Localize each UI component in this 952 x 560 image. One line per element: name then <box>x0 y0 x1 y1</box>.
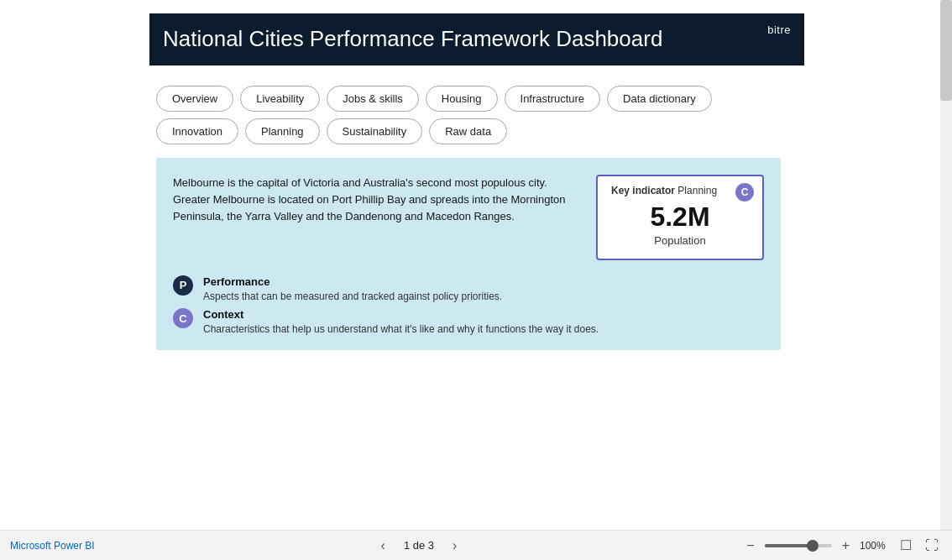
legend-text-context: Context Characteristics that help us und… <box>203 308 599 337</box>
info-panel-top: Melbourne is the capital of Victoria and… <box>173 175 764 260</box>
prev-page-button[interactable]: ‹ <box>376 538 390 553</box>
key-indicator-value: 5.2M <box>611 201 749 233</box>
nav-btn-raw-data[interactable]: Raw data <box>429 118 507 144</box>
fullscreen-button[interactable]: ⛶ <box>922 538 942 553</box>
zoom-slider-track[interactable] <box>765 544 832 547</box>
key-indicator-label: Key indicator Planning <box>611 185 749 196</box>
legend-title-performance: Performance <box>203 275 502 290</box>
legend-desc-context: Characteristics that help us understand … <box>203 322 599 337</box>
nav-section: Overview Liveability Jobs & skills Housi… <box>149 65 787 151</box>
scrollbar-thumb[interactable] <box>940 0 952 101</box>
nav-btn-planning[interactable]: Planning <box>245 118 320 144</box>
nav-btn-sustainability[interactable]: Sustainability <box>327 118 423 144</box>
legend-badge-c: C <box>173 308 193 328</box>
bottom-bar-right: − + 100% ☐ ⛶ <box>743 537 942 553</box>
zoom-slider-thumb[interactable] <box>807 540 819 552</box>
info-description: Melbourne is the capital of Victoria and… <box>173 175 579 225</box>
legend-item-performance: P Performance Aspects that can be measur… <box>173 275 764 304</box>
nav-btn-jobs-skills[interactable]: Jobs & skills <box>327 86 419 112</box>
pager-text: 1 de 3 <box>404 539 434 552</box>
nav-btn-data-dictionary[interactable]: Data dictionary <box>607 86 712 112</box>
bottom-bar-center: ‹ 1 de 3 › <box>95 538 744 553</box>
next-page-button[interactable]: › <box>447 538 462 553</box>
legend-desc-performance: Aspects that can be measured and tracked… <box>203 290 502 304</box>
key-indicator-desc: Population <box>611 234 749 247</box>
fit-page-button[interactable]: ☐ <box>897 537 915 553</box>
nav-btn-liveability[interactable]: Liveability <box>240 86 320 112</box>
key-indicator-box: Key indicator Planning C 5.2M Population <box>596 175 764 260</box>
nav-btn-infrastructure[interactable]: Infrastructure <box>505 86 601 112</box>
zoom-slider-fill <box>765 544 808 547</box>
powerbi-link[interactable]: Microsoft Power BI <box>10 540 95 552</box>
legend-section: P Performance Aspects that can be measur… <box>173 275 764 337</box>
nav-btn-housing[interactable]: Housing <box>426 86 498 112</box>
bottom-bar: Microsoft Power BI ‹ 1 de 3 › − + 100% ☐… <box>0 530 952 560</box>
zoom-in-button[interactable]: + <box>839 538 853 553</box>
dashboard-title: National Cities Performance Framework Da… <box>163 25 784 54</box>
zoom-out-button[interactable]: − <box>743 538 757 553</box>
brand-label: bitre <box>767 24 791 36</box>
legend-badge-p: P <box>173 275 193 296</box>
info-panel: Melbourne is the capital of Victoria and… <box>156 158 781 350</box>
top-spacer <box>0 0 952 13</box>
nav-btn-overview[interactable]: Overview <box>156 86 233 112</box>
scrollbar-track[interactable] <box>940 0 952 560</box>
dashboard-header: bitre National Cities Performance Framew… <box>149 13 804 65</box>
main-content: Overview Liveability Jobs & skills Housi… <box>149 65 787 350</box>
nav-btn-innovation[interactable]: Innovation <box>156 118 238 144</box>
key-indicator-c-badge: C <box>735 183 754 201</box>
legend-text-performance: Performance Aspects that can be measured… <box>203 275 502 304</box>
zoom-level: 100% <box>860 540 890 552</box>
legend-title-context: Context <box>203 308 599 322</box>
legend-item-context: C Context Characteristics that help us u… <box>173 308 764 337</box>
